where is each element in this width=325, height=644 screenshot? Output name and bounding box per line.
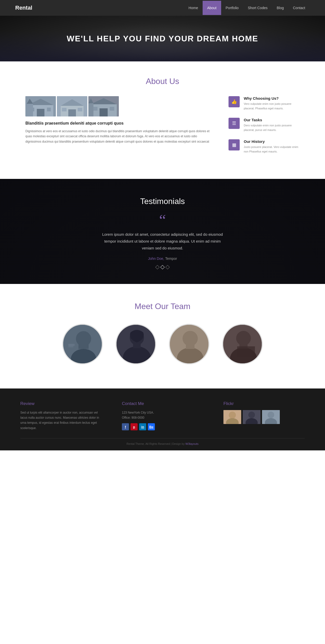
testimonial-author: John Doe, Tempor: [25, 257, 300, 261]
about-title: About Us: [25, 77, 300, 86]
svg-rect-13: [78, 108, 82, 111]
linkedin-icon[interactable]: in: [139, 423, 146, 430]
house-image-2: [57, 96, 87, 116]
feature-title-1: Why Choosing Us?: [244, 96, 300, 100]
feature-icon-1: 👍: [229, 96, 240, 107]
feature-text-2: Our Tasks Dero vulputate enim non justo …: [244, 118, 300, 132]
svg-rect-12: [62, 108, 67, 111]
house-images: [25, 96, 213, 116]
behance-icon[interactable]: Be: [148, 423, 155, 430]
team-member-4: [220, 324, 265, 368]
nav-item-blog[interactable]: Blog: [272, 1, 288, 15]
nav-item-portfolio[interactable]: Portfolio: [221, 1, 243, 15]
nav-item-short-codes[interactable]: Short Codes: [243, 1, 272, 15]
feature-item-3: ▦ Our History Justo posuere placerat. Ve…: [229, 139, 300, 154]
dot-2[interactable]: [160, 265, 165, 269]
footer-contact: Contact Me 123 NewYork City USA. Office:…: [122, 401, 203, 431]
svg-rect-40: [237, 346, 255, 357]
testimonials-title: Testimonials: [25, 197, 300, 206]
avatar-1: [62, 324, 103, 364]
about-left: Blanditiis praesentium deleniti atque co…: [25, 96, 213, 144]
header: Rental HomeAboutPortfolioShort CodesBlog…: [0, 0, 325, 16]
house-image-3: [88, 96, 119, 116]
nav-item-home[interactable]: Home: [184, 1, 203, 15]
review-text: Sed ut turpis elit ullamcorper in auctor…: [20, 410, 102, 431]
flickr-photo-3: [262, 410, 280, 424]
svg-rect-6: [27, 104, 33, 116]
flickr-photo-2: [243, 410, 261, 424]
about-section: About Us: [0, 61, 325, 179]
facebook-icon[interactable]: f: [122, 423, 129, 430]
pinterest-icon[interactable]: p: [131, 423, 138, 430]
feature-item-2: ☰ Our Tasks Dero vulputate enim non just…: [229, 118, 300, 132]
feature-desc-3: Justo posuere placerat. Vero vulputate e…: [244, 145, 300, 154]
author-company: Tempor: [165, 257, 177, 261]
feature-text-3: Our History Justo posuere placerat. Vero…: [244, 139, 300, 154]
testimonial-dots: [25, 266, 300, 269]
svg-rect-27: [68, 346, 73, 347]
logo: Rental: [15, 5, 32, 11]
feature-icon-2: ☰: [229, 118, 240, 129]
designer-link[interactable]: W3layouts: [185, 442, 198, 445]
svg-rect-19: [110, 107, 114, 111]
quote-icon: “: [25, 214, 300, 226]
avatar-4: [222, 324, 263, 364]
team-grid: [20, 324, 305, 368]
house-title: Blanditiis praesentium deleniti atque co…: [25, 121, 213, 126]
footer: Review Sed ut turpis elit ullamcorper in…: [0, 388, 325, 451]
hero-title: WE'LL HELP YOU FIND YOUR DREAM HOME: [67, 34, 258, 43]
svg-rect-17: [100, 108, 108, 116]
svg-point-42: [229, 412, 236, 419]
footer-grid: Review Sed ut turpis elit ullamcorper in…: [20, 401, 305, 431]
avatar-2: [116, 324, 156, 364]
contact-title: Contact Me: [122, 401, 203, 406]
author-name: John Doe,: [148, 257, 164, 261]
dot-3[interactable]: [166, 265, 170, 269]
svg-rect-35: [186, 341, 194, 349]
nav-item-contact[interactable]: Contact: [288, 1, 310, 15]
house-desc: Dignissimos at vero eos et accusamus et …: [25, 129, 213, 144]
contact-address: 123 NewYork City USA. Office: 908-0000: [122, 410, 203, 420]
testimonial-quote: Lorem ipsum dolor sit amet, consectetur …: [99, 231, 226, 251]
feature-title-3: Our History: [244, 139, 300, 144]
team-section: Meet Our Team: [0, 284, 325, 388]
flickr-title: Flickr: [223, 401, 305, 406]
svg-rect-18: [93, 107, 98, 111]
svg-rect-11: [68, 109, 76, 116]
nav: HomeAboutPortfolioShort CodesBlogContact: [184, 1, 310, 15]
nav-item-about[interactable]: About: [203, 1, 221, 15]
review-title: Review: [20, 401, 102, 406]
team-member-1: [60, 324, 105, 368]
avatar-3: [169, 324, 209, 364]
flickr-photo-1: [223, 410, 241, 424]
team-member-3: [166, 324, 212, 368]
svg-point-48: [268, 412, 274, 418]
svg-rect-3: [37, 109, 44, 116]
feature-desc-1: Vero vulputate enim non justo posuere pl…: [244, 102, 300, 111]
hero-section: WE'LL HELP YOU FIND YOUR DREAM HOME: [0, 16, 325, 61]
about-content: Blanditiis praesentium deleniti atque co…: [25, 96, 300, 161]
team-member-2: [113, 324, 159, 368]
svg-rect-26: [68, 344, 75, 346]
footer-flickr: Flickr: [223, 401, 305, 431]
footer-credit: Rental Theme. All Rights Reserved | Desi…: [126, 442, 185, 445]
social-icons: f p in Be: [122, 423, 203, 430]
about-right: 👍 Why Choosing Us? Vero vulputate enim n…: [229, 96, 300, 161]
dot-1[interactable]: [155, 265, 160, 269]
testimonials-section: Testimonials “ Lorem ipsum dolor sit ame…: [0, 179, 325, 284]
team-title: Meet Our Team: [20, 302, 305, 311]
svg-point-45: [248, 412, 255, 418]
house-image-1: [25, 96, 56, 116]
svg-rect-25: [78, 340, 89, 349]
feature-text-1: Why Choosing Us? Vero vulputate enim non…: [244, 96, 300, 111]
feature-title-2: Our Tasks: [244, 118, 300, 122]
svg-rect-5: [47, 108, 51, 111]
footer-bottom: Rental Theme. All Rights Reserved | Desi…: [20, 438, 305, 445]
feature-item-1: 👍 Why Choosing Us? Vero vulputate enim n…: [229, 96, 300, 111]
feature-desc-2: Dero vulputate enim non justo posuere pl…: [244, 123, 300, 132]
flickr-photos: [223, 410, 305, 424]
svg-rect-20: [88, 103, 93, 116]
feature-icon-3: ▦: [229, 139, 240, 150]
footer-review: Review Sed ut turpis elit ullamcorper in…: [20, 401, 102, 431]
